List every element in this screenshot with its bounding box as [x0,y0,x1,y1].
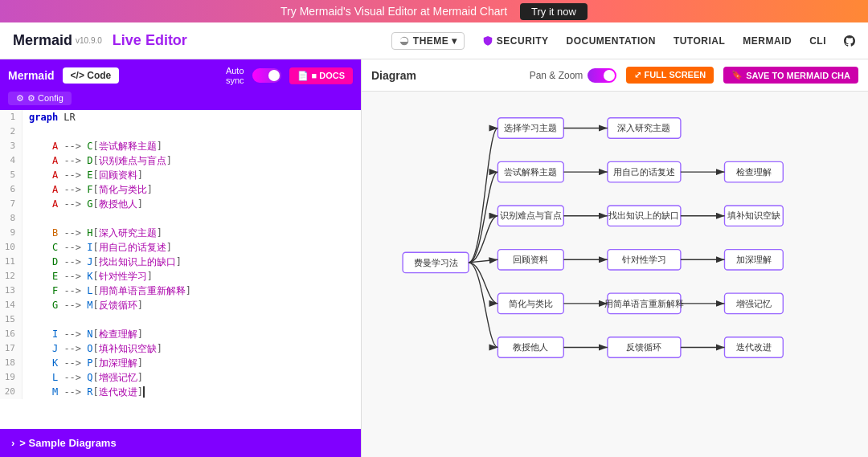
svg-text:增强记忆: 增强记忆 [735,299,772,308]
pan-zoom-label: Pan & Zoom [530,70,583,81]
save-to-mermaid-button[interactable]: 🔖 SAVE TO MERMAID CHA [723,67,858,84]
nav-github[interactable] [844,35,855,47]
nav-tutorial[interactable]: TUTORIAL [674,35,725,47]
svg-text:简化与类比: 简化与类比 [509,299,553,308]
main-layout: Mermaid </> Code Autosync 📄 ■ DOCS ⚙ ⚙ C… [0,59,868,457]
svg-text:检查理解: 检查理解 [736,167,772,177]
svg-text:迭代改进: 迭代改进 [736,342,772,352]
right-panel: Diagram Pan & Zoom ⤢ FULL SCREEN 🔖 SAVE … [362,59,868,457]
nav-theme[interactable]: THEME ▾ [391,32,465,50]
svg-text:加深理解: 加深理解 [736,255,772,264]
svg-text:针对性学习: 针对性学习 [621,255,666,264]
top-banner: Try Mermaid's Visual Editor at Mermaid C… [0,0,868,22]
left-panel: Mermaid </> Code Autosync 📄 ■ DOCS ⚙ ⚙ C… [0,59,362,457]
code-line-15: 15 [0,312,361,327]
svg-text:找出知识上的缺口: 找出知识上的缺口 [608,210,679,220]
auto-sync-toggle[interactable] [252,68,281,83]
svg-text:用自己的话复述: 用自己的话复述 [613,167,675,177]
svg-text:费曼学习法: 费曼学习法 [414,258,458,267]
code-line-20: 20 M --> R[迭代改进] [0,385,361,399]
nav-cli[interactable]: CLI [809,35,826,47]
code-line-6: 6 A --> F[简化与类比] [0,182,361,197]
try-it-now-button[interactable]: Try it now [520,3,588,20]
shield-icon [482,35,493,47]
code-line-1: 1 graph LR [0,110,361,124]
github-icon [844,35,855,47]
code-line-8: 8 [0,211,361,226]
svg-text:回顾资料: 回顾资料 [513,255,548,264]
chevron-right-icon: › [11,437,14,449]
live-editor-label: Live Editor [113,32,187,49]
gear-icon: ⚙ [16,93,24,104]
banner-text: Try Mermaid's Visual Editor at Mermaid C… [280,5,507,18]
code-line-5: 5 A --> E[回顾资料] [0,168,361,182]
svg-text:用简单语言重新解释: 用简单语言重新解释 [604,299,684,308]
auto-sync-label: Autosync [226,66,244,85]
sample-diagrams[interactable]: › > Sample Diagrams [0,429,361,457]
mermaid-panel-label: Mermaid [8,69,55,82]
svg-text:尝试解释主题: 尝试解释主题 [504,167,557,177]
svg-text:反馈循环: 反馈循环 [626,342,661,352]
docs-icon: 📄 [297,71,309,81]
code-line-2: 2 [0,124,361,139]
logo-mermaid: Mermaid [13,32,72,49]
svg-text:深入研究主题: 深入研究主题 [617,123,670,133]
code-editor[interactable]: 1 graph LR 2 3 A --> C[尝试解释主题] 4 A --> D… [0,110,361,429]
nav-security[interactable]: SECURITY [482,35,549,47]
left-header: Mermaid </> Code Autosync 📄 ■ DOCS [0,59,361,92]
navbar: Mermaidv10.9.0 Live Editor THEME ▾ SECUR… [0,22,868,59]
diagram-label: Diagram [371,69,416,82]
code-line-13: 13 F --> L[用简单语言重新解释] [0,284,361,298]
code-line-9: 9 B --> H[深入研究主题] [0,226,361,240]
flowchart-svg: 费曼学习法 选择学习主题 尝试解释主题 识别难点与盲点 回顾资料 简化与类比 [362,92,868,457]
code-line-14: 14 G --> M[反馈循环] [0,298,361,312]
docs-button[interactable]: 📄 ■ DOCS [289,67,353,84]
svg-text:教授他人: 教授他人 [513,342,548,352]
pan-zoom-toggle[interactable] [588,68,616,83]
diagram-area: 费曼学习法 选择学习主题 尝试解释主题 识别难点与盲点 回顾资料 简化与类比 [362,92,868,457]
logo: Mermaidv10.9.0 Live Editor [13,32,187,49]
config-tab[interactable]: ⚙ ⚙ Config [8,92,72,105]
code-line-19: 19 L --> Q[增强记忆] [0,370,361,385]
config-row: ⚙ ⚙ Config [0,92,361,110]
code-line-4: 4 A --> D[识别难点与盲点] [0,153,361,168]
svg-text:选择学习主题: 选择学习主题 [504,123,557,133]
code-tab[interactable]: </> Code [63,67,120,84]
code-line-18: 18 K --> P[加深理解] [0,356,361,370]
svg-text:识别难点与盲点: 识别难点与盲点 [500,210,562,220]
code-line-3: 3 A --> C[尝试解释主题] [0,139,361,153]
chevron-down-icon: ▾ [452,35,457,47]
code-line-11: 11 D --> J[找出知识上的缺口] [0,255,361,269]
code-line-7: 7 A --> G[教授他人] [0,197,361,211]
code-line-16: 16 I --> N[检查理解] [0,327,361,341]
nav-documentation[interactable]: DOCUMENTATION [566,35,655,47]
palette-icon [399,35,410,47]
nav-mermaid[interactable]: MERMAID [743,35,792,47]
fullscreen-button[interactable]: ⤢ FULL SCREEN [626,67,714,84]
right-header: Diagram Pan & Zoom ⤢ FULL SCREEN 🔖 SAVE … [362,59,868,92]
pan-zoom-control: Pan & Zoom [530,68,617,83]
svg-text:填补知识空缺: 填补知识空缺 [727,210,780,220]
save-icon: 🔖 [731,70,743,80]
code-line-12: 12 E --> K[针对性学习] [0,269,361,284]
code-line-17: 17 J --> O[填补知识空缺] [0,341,361,356]
nav-links: THEME ▾ SECURITY DOCUMENTATION TUTORIAL … [391,32,855,50]
version-label: v10.9.0 [76,36,102,45]
code-line-10: 10 C --> I[用自己的话复述] [0,240,361,255]
